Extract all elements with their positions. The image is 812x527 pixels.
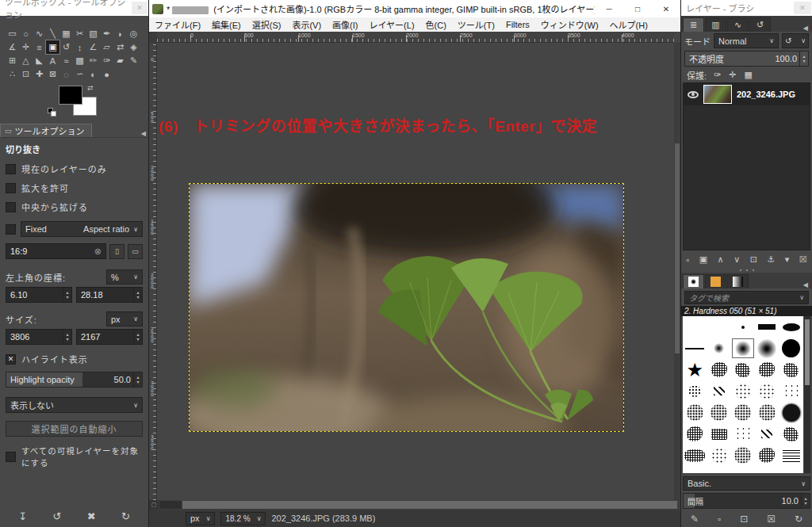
layer-opacity-slider[interactable]: 不透明度 100.0 ▴▾ xyxy=(684,51,809,67)
visibility-eye-icon[interactable] xyxy=(688,91,699,98)
layer-mode-dropdown[interactable]: Normal ∨ xyxy=(714,33,779,48)
tool-flip[interactable]: ⇄ xyxy=(113,40,127,54)
brush-cell[interactable] xyxy=(683,402,707,423)
brush-cell[interactable] xyxy=(779,402,803,423)
brush-cell[interactable] xyxy=(779,359,803,380)
menu-image[interactable]: 画像(I) xyxy=(327,18,363,31)
menu-tools[interactable]: ツール(T) xyxy=(452,18,500,31)
brush-cell[interactable] xyxy=(683,338,707,359)
checkbox-unchecked[interactable] xyxy=(6,164,16,174)
brush-cell[interactable] xyxy=(731,445,755,466)
menu-edit[interactable]: 編集(E) xyxy=(206,18,247,31)
swap-colors-icon[interactable]: ⇄ xyxy=(87,84,94,92)
panel-menu-icon[interactable]: ◀ xyxy=(803,25,810,32)
zoom-dropdown[interactable]: 18.2 % ∨ xyxy=(220,512,266,525)
option-current-layer[interactable]: 現在のレイヤーのみ xyxy=(6,162,143,175)
brush-cell[interactable] xyxy=(779,423,803,445)
brush-cell[interactable] xyxy=(755,359,779,380)
brush-cell[interactable] xyxy=(755,338,779,359)
lock-pixels-icon[interactable]: ✑ xyxy=(714,70,721,80)
brush-cell[interactable] xyxy=(779,445,803,466)
tool-foreground-select[interactable]: ▧ xyxy=(86,27,100,40)
tool-rect-select[interactable]: ▭ xyxy=(6,27,19,40)
refresh-brushes-button[interactable]: ↻ xyxy=(795,514,802,525)
tool-eraser[interactable]: ▰ xyxy=(113,54,127,67)
spinner[interactable]: ▴▾ xyxy=(133,288,142,302)
tool-bucket-fill[interactable]: ◣ xyxy=(33,54,46,67)
brush-cell[interactable] xyxy=(755,423,779,445)
horizontal-scrollbar[interactable]: ▢ xyxy=(149,500,680,510)
maximize-icon[interactable]: □ xyxy=(623,0,652,17)
tool-handle-transform[interactable]: △ xyxy=(19,54,33,67)
merge-down-button[interactable]: ▾ xyxy=(785,254,790,265)
dock-titlebar[interactable]: レイヤー - ブラシ ✕ xyxy=(681,0,812,16)
reset-tool-options-button[interactable]: ↻ xyxy=(121,510,130,522)
delete-brush-button[interactable]: ☒ xyxy=(767,514,776,525)
spinner[interactable]: ▴▾ xyxy=(133,330,142,344)
mode-switch-dropdown[interactable]: ↺ ∨ xyxy=(782,33,809,48)
tool-ellipse-select[interactable]: ○ xyxy=(19,27,33,40)
brush-cell[interactable] xyxy=(755,445,779,466)
image-layer[interactable] xyxy=(189,183,624,432)
option-highlight[interactable]: ✕ ハイライト表示 xyxy=(6,353,143,365)
new-brush-button[interactable]: ▫ xyxy=(718,514,721,525)
brush-search-field[interactable]: タグで検索 ∨ xyxy=(684,291,809,304)
tool-paths[interactable]: ✒ xyxy=(100,27,113,40)
image-window-titlebar[interactable]: * (インポートされた画像)-1.0 (RGBカラー 8-bit gamma i… xyxy=(149,0,680,17)
menu-help[interactable]: ヘルプ(H) xyxy=(604,18,653,31)
tool-color-picker[interactable]: ◗ xyxy=(113,27,127,40)
tool-pencil[interactable]: ✏ xyxy=(86,54,100,67)
size-height-input[interactable]: 2167 ▴▾ xyxy=(76,329,143,345)
brush-cell[interactable] xyxy=(731,316,755,338)
brush-cell[interactable] xyxy=(707,316,730,338)
delete-tool-preset-button[interactable]: ✖ xyxy=(87,510,96,522)
tab-gradients[interactable] xyxy=(727,274,749,288)
panel-menu-icon[interactable]: ◀ xyxy=(141,130,146,137)
tool-mypaint-brush[interactable]: ● xyxy=(100,67,113,81)
tool-clone[interactable]: ⊡ xyxy=(19,67,33,81)
brush-spacing-slider[interactable]: 間隔 10.0 ▴▾ xyxy=(683,493,810,509)
position-y-input[interactable]: 28.18 ▴▾ xyxy=(76,287,143,303)
brush-cell[interactable] xyxy=(779,338,803,359)
brush-cell[interactable] xyxy=(731,338,755,359)
menu-colors[interactable]: 色(C) xyxy=(420,18,452,31)
brush-cell[interactable] xyxy=(707,359,730,380)
brush-cell[interactable] xyxy=(683,359,707,380)
default-colors-icon[interactable] xyxy=(48,108,57,117)
restore-tool-preset-button[interactable]: ↺ xyxy=(52,510,61,522)
brush-cell[interactable] xyxy=(755,402,779,423)
menu-layer[interactable]: レイヤー(L) xyxy=(363,18,419,31)
layer-name[interactable]: 202_3246.JPG xyxy=(737,90,795,99)
close-icon[interactable]: ✕ xyxy=(132,2,147,14)
brush-cell[interactable] xyxy=(683,316,707,338)
tool-smudge[interactable]: ∽ xyxy=(73,67,86,81)
brush-cell[interactable] xyxy=(707,445,730,466)
brush-cell[interactable] xyxy=(731,380,755,402)
raise-layer-button[interactable]: ∧ xyxy=(718,254,724,265)
tool-3d-transform[interactable]: ◈ xyxy=(127,40,140,54)
tool-dodge-burn[interactable]: ◐ xyxy=(86,67,100,81)
portrait-orientation-button[interactable]: ▯ xyxy=(109,244,124,259)
tool-scale[interactable]: ↕ xyxy=(73,40,86,54)
size-width-input[interactable]: 3806 ▴▾ xyxy=(6,329,72,345)
menu-filters[interactable]: Filters xyxy=(500,20,535,29)
brush-cell[interactable] xyxy=(707,423,730,445)
layer-thumbnail[interactable] xyxy=(703,85,732,104)
brush-cell[interactable] xyxy=(707,402,730,423)
tool-free-select[interactable]: ∿ xyxy=(33,27,46,40)
brush-scrollbar[interactable] xyxy=(804,316,810,473)
brush-cell[interactable] xyxy=(755,380,779,402)
tool-fuzzy-select[interactable]: ╲ xyxy=(46,27,59,40)
brush-cell[interactable] xyxy=(707,380,730,402)
panel-menu-icon[interactable]: ◀ xyxy=(803,281,810,288)
tool-perspective[interactable]: ▱ xyxy=(100,40,113,54)
tab-patterns[interactable] xyxy=(705,274,726,288)
color-swatches[interactable]: ⇄ xyxy=(48,84,148,122)
brush-cell[interactable] xyxy=(683,380,707,402)
landscape-orientation-button[interactable]: ▭ xyxy=(128,244,143,259)
spinner[interactable]: ▴▾ xyxy=(133,372,142,387)
highlight-opacity-slider[interactable]: Highlight opacity 50.0 ▴▾ xyxy=(6,372,143,388)
size-unit-dropdown[interactable]: px ∨ xyxy=(106,311,143,327)
brush-group-dropdown[interactable]: Basic. ∨ xyxy=(683,476,810,491)
spinner[interactable]: ▴▾ xyxy=(801,494,810,508)
